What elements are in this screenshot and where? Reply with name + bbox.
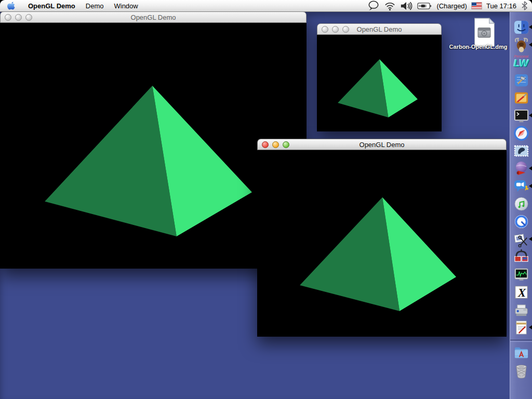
dock-applications-folder[interactable] <box>510 344 532 362</box>
ichat-video-bubble-icon <box>513 178 529 194</box>
apple-menu[interactable] <box>6 1 16 10</box>
cpu-monitor-icon <box>513 267 529 283</box>
textedit-icon <box>513 320 529 336</box>
lw-icon: Personal LW <box>513 55 529 71</box>
mail-stamp-icon <box>513 143 529 159</box>
dock-itunes[interactable] <box>510 195 532 212</box>
clamp-pictures-icon <box>513 249 529 265</box>
dock-trash[interactable] <box>510 362 532 379</box>
window-title: OpenGL Demo <box>1 12 306 23</box>
dock-lightwave-personal[interactable]: Personal LW <box>510 54 532 71</box>
terminal-icon <box>513 108 529 124</box>
dock-project-builder[interactable] <box>510 71 532 89</box>
dock-mail[interactable] <box>510 142 532 159</box>
quicktime-icon <box>513 214 529 230</box>
dock-gnu-app[interactable] <box>510 36 532 54</box>
battery-icon[interactable] <box>417 2 432 10</box>
finder-icon <box>513 19 529 35</box>
titlebar[interactable]: OpenGL Demo <box>257 139 507 150</box>
window-title: OpenGL Demo <box>258 139 506 151</box>
dock-printer-hp[interactable] <box>510 301 532 318</box>
opengl-canvas <box>317 35 442 131</box>
dock-safari[interactable] <box>510 124 532 142</box>
dock-ichat-aim[interactable] <box>510 177 532 195</box>
x11-letter: X <box>517 286 526 299</box>
dock-quicktime[interactable] <box>510 212 532 230</box>
pyramid-render <box>257 150 507 337</box>
pyramid-render <box>317 35 442 131</box>
desktop-icon-carbon-opengl-dmg[interactable] <box>471 18 498 45</box>
safari-compass-icon <box>513 125 529 141</box>
dock-terminal[interactable] <box>510 107 532 124</box>
menu-clock[interactable]: Tue 17:16 <box>486 2 516 10</box>
x11-icon: X <box>513 284 529 300</box>
dock-globe-megaphone-app[interactable] <box>510 159 532 177</box>
dock: Personal LW <box>510 11 532 399</box>
opengl-canvas <box>257 150 507 337</box>
menu-app-name[interactable]: OpenGL Demo <box>28 2 75 10</box>
disk-image-document-icon <box>471 18 498 47</box>
dock-divider <box>510 340 532 342</box>
menu-window[interactable]: Window <box>114 2 138 10</box>
project-builder-icon <box>513 72 529 88</box>
menu-bar: OpenGL Demo Demo Window <box>0 0 532 12</box>
menu-status-cluster: (Charged) Tue 17:16 <box>367 0 528 11</box>
printer-icon <box>513 302 529 318</box>
us-flag-input-icon[interactable] <box>472 3 482 9</box>
titlebar[interactable]: OpenGL Demo <box>0 11 307 23</box>
dock-grab[interactable] <box>510 230 532 248</box>
applications-folder-icon <box>513 345 529 361</box>
dock-finder[interactable] <box>510 18 532 36</box>
window-opengl-demo-small: OpenGL Demo <box>317 23 442 131</box>
airport-wifi-icon[interactable] <box>384 1 395 11</box>
dock-textedit[interactable] <box>510 318 532 336</box>
apple-icon <box>7 2 16 10</box>
ichat-bubble-icon[interactable] <box>367 0 380 11</box>
lw-text: LW <box>513 58 529 69</box>
trash-icon <box>513 363 529 379</box>
dock-x11[interactable]: X <box>510 283 532 301</box>
gnu-head-icon <box>513 37 529 53</box>
grab-scissors-icon <box>513 231 529 247</box>
screen: OpenGL Demo Demo Window <box>0 0 532 399</box>
dock-cpu-monitor[interactable] <box>510 265 532 283</box>
titlebar[interactable]: OpenGL Demo <box>317 23 442 35</box>
menu-demo[interactable]: Demo <box>86 2 104 10</box>
globe-megaphone-icon <box>513 161 529 177</box>
volume-icon[interactable] <box>400 1 413 11</box>
bluetooth-icon[interactable] <box>521 1 528 11</box>
dock-clamp-capture-app[interactable] <box>510 248 532 265</box>
battery-status-label: (Charged) <box>436 2 467 10</box>
interface-builder-icon <box>513 90 529 106</box>
window-opengl-demo-front: OpenGL Demo <box>257 139 507 337</box>
window-title: OpenGL Demo <box>317 24 441 35</box>
itunes-cd-icon <box>513 196 529 212</box>
dock-interface-builder[interactable] <box>510 89 532 107</box>
desktop-icon-label[interactable]: Carbon-OpenGL.dmg <box>447 44 510 50</box>
